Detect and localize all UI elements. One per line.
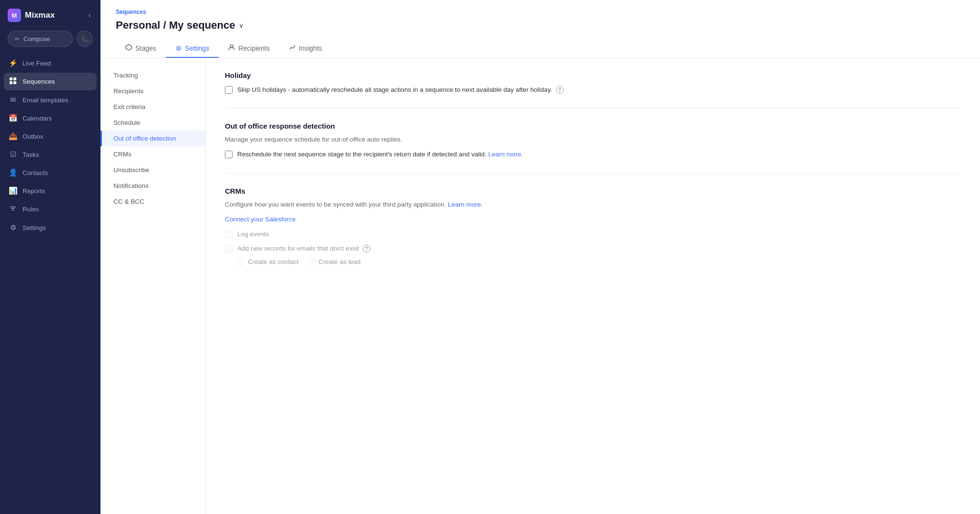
contacts-icon: 👤: [9, 168, 17, 177]
sidebar: M Mixmax ‹ ✏ Compose 📞 ⚡ Live Feed Seque…: [0, 0, 100, 514]
live-feed-icon: ⚡: [9, 59, 17, 67]
compose-icon: ✏: [15, 35, 20, 43]
sidebar-item-outbox[interactable]: 📤 Outbox: [4, 128, 97, 145]
collapse-sidebar-button[interactable]: ‹: [87, 10, 93, 21]
crms-desc: Configure how you want events to be sync…: [225, 201, 961, 208]
svg-marker-4: [126, 44, 132, 50]
ooo-checkbox[interactable]: [225, 151, 233, 158]
crms-title: CRMs: [225, 187, 961, 195]
settings-nav-unsubscribe[interactable]: Unsubscribe: [100, 162, 205, 178]
sidebar-item-tasks[interactable]: ☑ Tasks: [4, 146, 97, 163]
log-events-row: Log events: [225, 230, 961, 239]
sidebar-item-label: Contacts: [22, 169, 48, 176]
svg-rect-0: [10, 77, 12, 80]
tabs: Stages ⚙ Settings Recipients Insights: [116, 39, 965, 57]
logo-icon: M: [8, 9, 21, 22]
sidebar-item-label: Tasks: [22, 151, 39, 158]
ooo-learn-more-link[interactable]: Learn more.: [488, 151, 523, 158]
reports-icon: 📊: [9, 186, 17, 195]
outbox-icon: 📤: [9, 132, 17, 141]
rules-icon: [9, 205, 17, 214]
settings-nav-exit-criteria[interactable]: Exit criteria: [100, 99, 205, 115]
sidebar-header: M Mixmax ‹: [0, 0, 100, 29]
sidebar-item-reports[interactable]: 📊 Reports: [4, 182, 97, 199]
sidebar-item-calendars[interactable]: 📅 Calendars: [4, 109, 97, 127]
out-of-office-title: Out of office response detection: [225, 122, 961, 130]
sidebar-item-contacts[interactable]: 👤 Contacts: [4, 164, 97, 181]
divider-1: [225, 108, 961, 109]
add-records-label: Add new records for emails that don't ex…: [237, 244, 370, 253]
phone-icon: 📞: [81, 35, 89, 43]
tab-stages[interactable]: Stages: [116, 39, 166, 58]
create-as-contact-label: Create as contact: [248, 258, 299, 265]
crms-learn-more-link[interactable]: Learn more.: [448, 201, 483, 208]
phone-button[interactable]: 📞: [77, 31, 93, 47]
sequences-icon: [9, 77, 17, 86]
settings-nav-tracking[interactable]: Tracking: [100, 67, 205, 83]
tab-stages-label: Stages: [135, 44, 156, 52]
sidebar-item-sequences[interactable]: Sequences: [4, 73, 97, 90]
sidebar-item-label: Calendars: [22, 115, 52, 122]
add-records-help-icon[interactable]: ?: [363, 245, 370, 252]
settings-nav-notifications[interactable]: Notifications: [100, 178, 205, 194]
compose-button[interactable]: ✏ Compose: [8, 31, 73, 47]
topbar: Sequences Personal / My sequence ∨ Stage…: [100, 0, 980, 58]
tab-recipients-label: Recipients: [238, 44, 269, 52]
compose-area: ✏ Compose 📞: [0, 29, 100, 55]
tab-insights-label: Insights: [299, 44, 322, 52]
sidebar-item-label: Sequences: [22, 78, 55, 85]
create-as-lead-label: Create as lead: [319, 258, 361, 265]
create-as-contact-row: Create as contact: [237, 258, 299, 265]
main: Sequences Personal / My sequence ∨ Stage…: [100, 0, 980, 514]
sidebar-item-rules[interactable]: Rules: [4, 200, 97, 218]
sidebar-item-email-templates[interactable]: ✉ Email templates: [4, 91, 97, 109]
stages-icon: [125, 44, 132, 52]
compose-label: Compose: [23, 35, 50, 43]
sidebar-item-settings[interactable]: ⚙ Settings: [4, 219, 97, 236]
settings-nav: Tracking Recipients Exit criteria Schedu…: [100, 58, 206, 514]
divider-2: [225, 173, 961, 174]
calendars-icon: 📅: [9, 114, 17, 122]
svg-rect-1: [13, 77, 16, 80]
sidebar-item-label: Rules: [22, 206, 39, 213]
holiday-title: Holiday: [225, 71, 961, 79]
settings-nav-schedule[interactable]: Schedule: [100, 115, 205, 131]
ooo-checkbox-label: Reschedule the next sequence stage to th…: [237, 150, 523, 159]
sidebar-item-label: Reports: [22, 187, 45, 195]
content-area: Tracking Recipients Exit criteria Schedu…: [100, 58, 980, 514]
svg-rect-3: [13, 81, 16, 84]
settings-nav-crms[interactable]: CRMs: [100, 146, 205, 162]
holiday-checkbox[interactable]: [225, 86, 233, 94]
create-as-contact-radio[interactable]: [237, 258, 245, 265]
create-as-lead-row: Create as lead: [308, 258, 361, 265]
logo-text: Mixmax: [25, 11, 55, 20]
log-events-checkbox[interactable]: [225, 230, 233, 238]
settings-icon: ⚙: [9, 223, 17, 232]
tab-insights[interactable]: Insights: [279, 39, 332, 58]
create-as-lead-radio[interactable]: [308, 258, 315, 265]
tab-recipients[interactable]: Recipients: [219, 39, 279, 58]
logo: M Mixmax: [8, 9, 55, 22]
tasks-icon: ☑: [9, 150, 17, 159]
out-of-office-section: Out of office response detection Manage …: [225, 122, 961, 159]
settings-nav-recipients[interactable]: Recipients: [100, 83, 205, 99]
chevron-down-icon[interactable]: ∨: [239, 22, 244, 29]
page-title: Personal / My sequence: [116, 19, 235, 32]
tab-settings-label: Settings: [185, 44, 210, 52]
holiday-section: Holiday Skip US holidays - automatically…: [225, 71, 961, 95]
connect-salesforce-link[interactable]: Connect your Salesforce: [225, 216, 296, 223]
add-records-checkbox[interactable]: [225, 245, 233, 252]
crms-section: CRMs Configure how you want events to be…: [225, 187, 961, 266]
sidebar-item-label: Live Feed: [22, 60, 51, 67]
holiday-help-icon[interactable]: ?: [556, 86, 564, 94]
recipients-icon: [228, 44, 235, 52]
ooo-checkbox-row: Reschedule the next sequence stage to th…: [225, 150, 961, 159]
tab-settings-icon: ⚙: [176, 44, 182, 52]
sidebar-item-live-feed[interactable]: ⚡ Live Feed: [4, 55, 97, 72]
sidebar-item-label: Email templates: [22, 97, 68, 104]
tab-settings[interactable]: ⚙ Settings: [166, 39, 219, 58]
settings-nav-cc-bcc[interactable]: CC & BCC: [100, 194, 205, 209]
email-templates-icon: ✉: [9, 96, 17, 104]
settings-nav-out-of-office[interactable]: Out of office detection: [100, 131, 205, 146]
out-of-office-desc: Manage your sequence schedule for out-of…: [225, 136, 961, 143]
